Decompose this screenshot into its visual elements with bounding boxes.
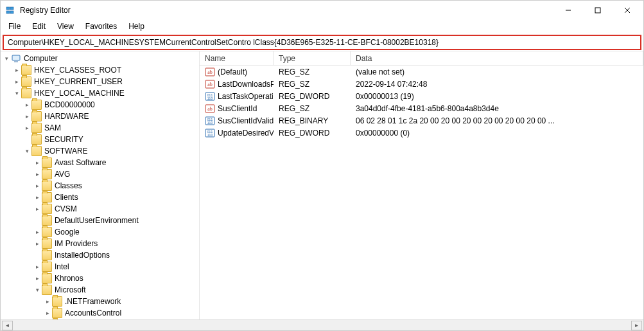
tree-node[interactable]: ▸HKEY_CURRENT_USER: [1, 76, 199, 87]
tree-node[interactable]: ▸Avast Software: [1, 157, 199, 168]
menu-view[interactable]: View: [52, 21, 79, 31]
chevron-down-icon[interactable]: ▾: [2, 55, 11, 62]
tree-node[interactable]: ▸HARDWARE: [1, 111, 199, 122]
values-pane[interactable]: Name Type Data ab(Default)REG_SZ(value n…: [200, 51, 643, 319]
chevron-right-icon[interactable]: ▸: [33, 264, 42, 270]
menu-help[interactable]: Help: [123, 21, 150, 31]
tree-node-label: HARDWARE: [44, 112, 89, 121]
tree-node-label: SECURITY: [44, 135, 83, 144]
tree-node[interactable]: ▸Google: [1, 226, 199, 238]
folder-icon: [21, 65, 31, 75]
tree-node[interactable]: ▸Khronos: [1, 273, 199, 284]
tree-node-label: Khronos: [55, 274, 83, 283]
maximize-button[interactable]: [583, 1, 613, 20]
column-header-type[interactable]: Type: [274, 51, 351, 65]
chevron-right-icon[interactable]: ▸: [12, 78, 21, 85]
tree-node[interactable]: ▸IM Providers: [1, 238, 199, 249]
chevron-right-icon[interactable]: ▸: [22, 113, 31, 120]
tree-node[interactable]: ▾Microsoft: [1, 284, 199, 296]
tree-pane[interactable]: ▾ Computer ▸HKEY_CLASSES_ROOT▸HKEY_CURRE…: [1, 51, 200, 319]
tree-node[interactable]: ▸HKEY_CLASSES_ROOT: [1, 64, 199, 76]
menu-favorites[interactable]: Favorites: [80, 21, 122, 31]
tree-root-computer[interactable]: ▾ Computer: [1, 53, 199, 64]
tree-node[interactable]: ▸Classes: [1, 180, 199, 192]
list-row[interactable]: ab(Default)REG_SZ(value not set): [200, 66, 643, 78]
menu-file[interactable]: File: [3, 21, 26, 31]
chevron-right-icon[interactable]: ▸: [33, 275, 42, 282]
value-name: LastDownloadsP...: [218, 80, 274, 89]
tree-node[interactable]: ▾HKEY_LOCAL_MACHINE: [1, 87, 199, 99]
chevron-down-icon[interactable]: ▾: [12, 90, 21, 96]
tree-node[interactable]: ▸Clients: [1, 192, 199, 203]
cell-type: REG_BINARY: [274, 116, 351, 125]
titlebar[interactable]: Registry Editor: [1, 1, 643, 20]
minimize-button[interactable]: [553, 1, 583, 20]
content-area: ▾ Computer ▸HKEY_CLASSES_ROOT▸HKEY_CURRE…: [1, 51, 643, 319]
folder-icon: [52, 296, 62, 307]
horizontal-scrollbar[interactable]: ◄ ►: [1, 319, 643, 330]
chevron-right-icon[interactable]: ▸: [43, 298, 52, 305]
cell-type: REG_DWORD: [274, 129, 351, 138]
chevron-right-icon[interactable]: ▸: [22, 125, 31, 131]
menu-edit[interactable]: Edit: [27, 21, 51, 31]
computer-icon: [11, 53, 21, 64]
tree-node[interactable]: ▸InstalledOptions: [1, 249, 199, 261]
tree-node-label: InstalledOptions: [55, 251, 110, 260]
binary-value-icon: 011110: [205, 128, 215, 138]
list-row[interactable]: 011110UpdateDesiredVi...REG_DWORD0x00000…: [200, 127, 643, 139]
list-row[interactable]: abSusClientIdREG_SZ3a04d0df-4fbe-4181-a5…: [200, 102, 643, 114]
column-header-name[interactable]: Name: [200, 51, 274, 65]
tree-node-label: HKEY_CLASSES_ROOT: [34, 66, 121, 75]
tree-node[interactable]: ▸Intel: [1, 261, 199, 273]
chevron-right-icon[interactable]: ▸: [22, 102, 31, 108]
scroll-left-button[interactable]: ◄: [2, 321, 13, 330]
chevron-right-icon[interactable]: ▸: [33, 194, 42, 201]
chevron-right-icon[interactable]: ▸: [33, 171, 42, 177]
tree-node[interactable]: ▸SAM: [1, 122, 199, 134]
tree-node-label: CVSM: [55, 204, 77, 213]
folder-icon: [21, 88, 31, 98]
tree-node[interactable]: ▾SOFTWARE: [1, 145, 199, 157]
cell-data: 06 02 28 01 1c 2a 20 00 20 00 20 00 20 0…: [351, 116, 643, 125]
address-input[interactable]: [6, 37, 638, 48]
list-header[interactable]: Name Type Data: [200, 51, 643, 66]
tree-node[interactable]: ▸CVSM: [1, 203, 199, 215]
tree-node[interactable]: ▸AVG: [1, 168, 199, 180]
chevron-right-icon[interactable]: ▸: [43, 310, 52, 316]
scroll-right-button[interactable]: ►: [631, 321, 642, 330]
chevron-right-icon[interactable]: ▸: [12, 67, 21, 73]
list-row[interactable]: abLastDownloadsP...REG_SZ2022-09-14 07:4…: [200, 78, 643, 90]
address-bar-container: [1, 33, 643, 51]
tree-node-label: Google: [55, 228, 80, 237]
tree-node[interactable]: ▸.NETFramework: [1, 296, 199, 307]
close-button[interactable]: [613, 1, 642, 20]
chevron-down-icon[interactable]: ▾: [33, 287, 42, 293]
tree-node[interactable]: ▸SECURITY: [1, 134, 199, 145]
tree-node[interactable]: ▸DefaultUserEnvironment: [1, 215, 199, 226]
chevron-right-icon[interactable]: ▸: [33, 183, 42, 189]
list-body: ab(Default)REG_SZ(value not set)abLastDo…: [200, 66, 643, 139]
folder-icon: [31, 100, 42, 110]
folder-icon: [21, 76, 31, 87]
cell-data: 0x00000000 (0): [351, 129, 643, 138]
value-name: UpdateDesiredVi...: [218, 129, 274, 138]
chevron-right-icon[interactable]: ▸: [33, 206, 42, 212]
chevron-right-icon[interactable]: ▸: [33, 159, 42, 166]
tree-node[interactable]: ▸BCD00000000: [1, 99, 199, 111]
cell-name: 011110LastTaskOperati...: [200, 91, 274, 102]
chevron-down-icon[interactable]: ▾: [22, 148, 31, 154]
tree-node[interactable]: ▸AccountsControl: [1, 307, 199, 319]
column-header-data[interactable]: Data: [351, 51, 643, 65]
tree-node-label: HKEY_LOCAL_MACHINE: [34, 89, 125, 98]
list-row[interactable]: 011110LastTaskOperati...REG_DWORD0x00000…: [200, 90, 643, 102]
tree-node-label: AccountsControl: [65, 309, 121, 318]
list-row[interactable]: 011110SusClientIdValid...REG_BINARY06 02…: [200, 114, 643, 127]
address-bar[interactable]: [3, 35, 641, 49]
chevron-right-icon[interactable]: ▸: [33, 229, 42, 235]
folder-icon: [42, 227, 52, 237]
string-value-icon: ab: [205, 103, 215, 114]
cell-data: 3a04d0df-4fbe-4181-a5b6-800a4a8b3d4e: [351, 104, 643, 113]
cell-type: REG_SZ: [274, 80, 351, 89]
close-icon: [624, 7, 631, 13]
chevron-right-icon[interactable]: ▸: [33, 240, 42, 247]
